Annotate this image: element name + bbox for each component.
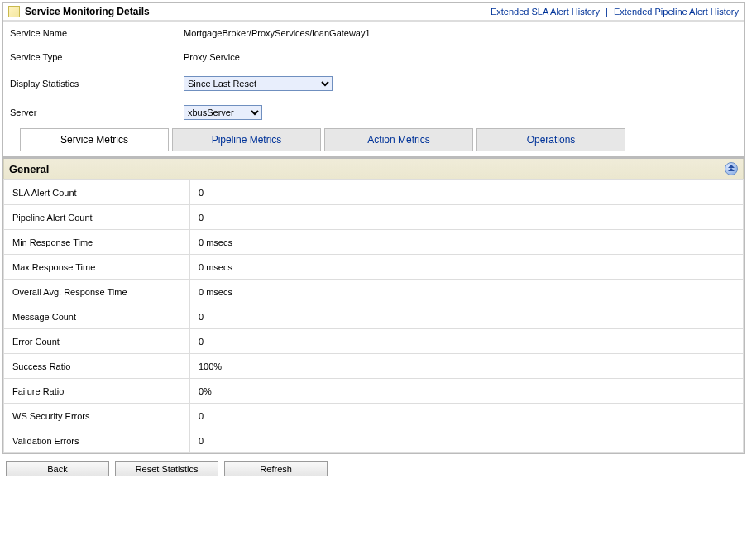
- tab-pipeline-metrics[interactable]: Pipeline Metrics: [172, 128, 321, 151]
- back-button[interactable]: Back: [6, 461, 109, 476]
- extended-sla-alert-history-link[interactable]: Extended SLA Alert History: [491, 7, 600, 17]
- metric-value: 100%: [190, 354, 744, 379]
- metrics-row: Failure Ratio0%: [4, 379, 744, 404]
- button-row: Back Reset Statistics Refresh: [2, 454, 745, 483]
- link-separator: |: [602, 7, 611, 17]
- metric-value: 0: [190, 428, 744, 453]
- panel-header: Service Monitoring Details Extended SLA …: [3, 3, 744, 21]
- metric-value: 0: [190, 205, 744, 230]
- display-statistics-select[interactable]: Since Last Reset: [184, 76, 333, 91]
- metrics-row: Error Count0: [4, 329, 744, 354]
- service-monitoring-panel: Service Monitoring Details Extended SLA …: [2, 2, 745, 454]
- metrics-row: SLA Alert Count0: [4, 180, 744, 205]
- metric-value: 0 msecs: [190, 255, 744, 280]
- extended-pipeline-alert-history-link[interactable]: Extended Pipeline Alert History: [614, 7, 739, 17]
- metric-label: SLA Alert Count: [4, 180, 190, 205]
- service-icon: [8, 6, 20, 17]
- metric-value: 0 msecs: [190, 280, 744, 304]
- metrics-tabs: Service Metrics Pipeline Metrics Action …: [3, 127, 744, 151]
- header-links: Extended SLA Alert History | Extended Pi…: [491, 7, 739, 17]
- metrics-row: Overall Avg. Response Time0 msecs: [4, 280, 744, 304]
- metric-label: WS Security Errors: [4, 404, 190, 428]
- general-section-header: General: [3, 159, 744, 179]
- metric-label: Validation Errors: [4, 428, 190, 453]
- metrics-row: Success Ratio100%: [4, 354, 744, 379]
- server-select[interactable]: xbusServer: [184, 105, 262, 120]
- metric-value: 0: [190, 180, 744, 205]
- metric-value: 0: [190, 404, 744, 428]
- metric-label: Min Response Time: [4, 230, 190, 255]
- metric-value: 0: [190, 304, 744, 329]
- metric-label: Pipeline Alert Count: [4, 205, 190, 230]
- metric-value: 0: [190, 329, 744, 354]
- metric-value: 0 msecs: [190, 230, 744, 255]
- metrics-row: Message Count0: [4, 304, 744, 329]
- general-metrics-table: SLA Alert Count0Pipeline Alert Count0Min…: [3, 179, 744, 453]
- service-name-value: MortgageBroker/ProxyServices/loanGateway…: [177, 22, 744, 45]
- panel-title: Service Monitoring Details: [25, 6, 150, 17]
- tab-service-metrics[interactable]: Service Metrics: [20, 128, 169, 151]
- metrics-row: Min Response Time0 msecs: [4, 230, 744, 255]
- display-statistics-label: Display Statistics: [3, 69, 177, 98]
- service-details-table: Service Name MortgageBroker/ProxyService…: [3, 21, 744, 127]
- metrics-row: WS Security Errors0: [4, 404, 744, 428]
- metric-label: Success Ratio: [4, 354, 190, 379]
- tab-action-metrics[interactable]: Action Metrics: [324, 128, 473, 151]
- reset-statistics-button[interactable]: Reset Statistics: [115, 461, 218, 476]
- server-label: Server: [3, 98, 177, 127]
- metric-label: Overall Avg. Response Time: [4, 280, 190, 304]
- metric-label: Message Count: [4, 304, 190, 329]
- service-type-label: Service Type: [3, 45, 177, 69]
- metric-label: Max Response Time: [4, 255, 190, 280]
- metric-label: Failure Ratio: [4, 379, 190, 404]
- metric-value: 0%: [190, 379, 744, 404]
- collapse-icon[interactable]: [725, 162, 738, 175]
- metrics-container: General SLA Alert Count0Pipeline Alert C…: [3, 156, 744, 453]
- service-name-label: Service Name: [3, 22, 177, 45]
- service-type-value: Proxy Service: [177, 45, 744, 69]
- metrics-row: Pipeline Alert Count0: [4, 205, 744, 230]
- metric-label: Error Count: [4, 329, 190, 354]
- general-heading: General: [9, 163, 49, 175]
- refresh-button[interactable]: Refresh: [224, 461, 328, 476]
- tab-operations[interactable]: Operations: [476, 128, 625, 151]
- metrics-row: Max Response Time0 msecs: [4, 255, 744, 280]
- metrics-row: Validation Errors0: [4, 428, 744, 453]
